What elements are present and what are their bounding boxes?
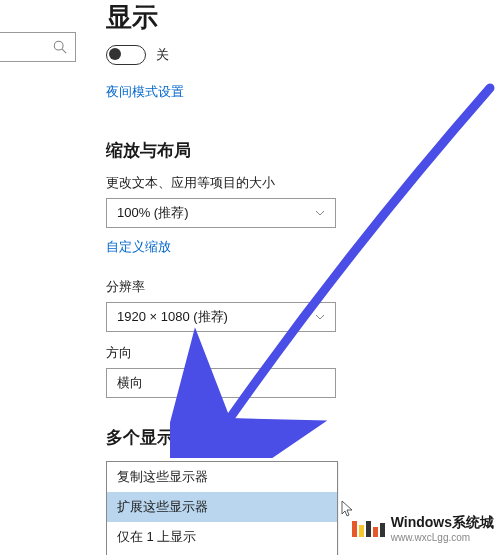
scale-heading: 缩放与布局 [106, 139, 492, 162]
watermark-text: Windows系统城 www.wxcLgg.com [391, 514, 494, 543]
settings-display-panel: 显示 关 夜间模式设置 缩放与布局 更改文本、应用等项目的大小 100% (推荐… [106, 0, 492, 555]
watermark-logo-icon [352, 521, 385, 537]
page-title: 显示 [106, 0, 492, 35]
orientation-select[interactable]: 横向 [106, 368, 336, 398]
chevron-down-icon [315, 208, 325, 218]
text-size-value: 100% (推荐) [117, 204, 189, 222]
orientation-label: 方向 [106, 344, 492, 362]
multi-option-duplicate[interactable]: 复制这些显示器 [107, 462, 337, 492]
watermark-url: www.wxcLgg.com [391, 532, 494, 543]
chevron-down-icon [315, 312, 325, 322]
watermark: Windows系统城 www.wxcLgg.com [352, 514, 494, 543]
orientation-value: 横向 [117, 374, 143, 392]
sidebar-search[interactable] [0, 32, 76, 62]
night-mode-state-label: 关 [156, 46, 169, 64]
resolution-select[interactable]: 1920 × 1080 (推荐) [106, 302, 336, 332]
multi-option-extend[interactable]: 扩展这些显示器 [107, 492, 337, 522]
text-size-label: 更改文本、应用等项目的大小 [106, 174, 492, 192]
night-mode-settings-link[interactable]: 夜间模式设置 [106, 83, 184, 101]
svg-point-0 [54, 41, 63, 50]
resolution-value: 1920 × 1080 (推荐) [117, 308, 228, 326]
multi-display-heading: 多个显示器 [106, 426, 492, 449]
night-mode-toggle-row: 关 [106, 45, 492, 65]
multi-option-only-1[interactable]: 仅在 1 上显示 [107, 522, 337, 552]
multi-display-dropdown[interactable]: 复制这些显示器 扩展这些显示器 仅在 1 上显示 仅在 2 上显示 [106, 461, 338, 555]
search-icon [53, 40, 67, 54]
custom-scaling-link[interactable]: 自定义缩放 [106, 238, 171, 256]
svg-line-1 [62, 49, 66, 53]
text-size-select[interactable]: 100% (推荐) [106, 198, 336, 228]
watermark-title: Windows系统城 [391, 514, 494, 532]
resolution-label: 分辨率 [106, 278, 492, 296]
night-mode-toggle[interactable] [106, 45, 146, 65]
